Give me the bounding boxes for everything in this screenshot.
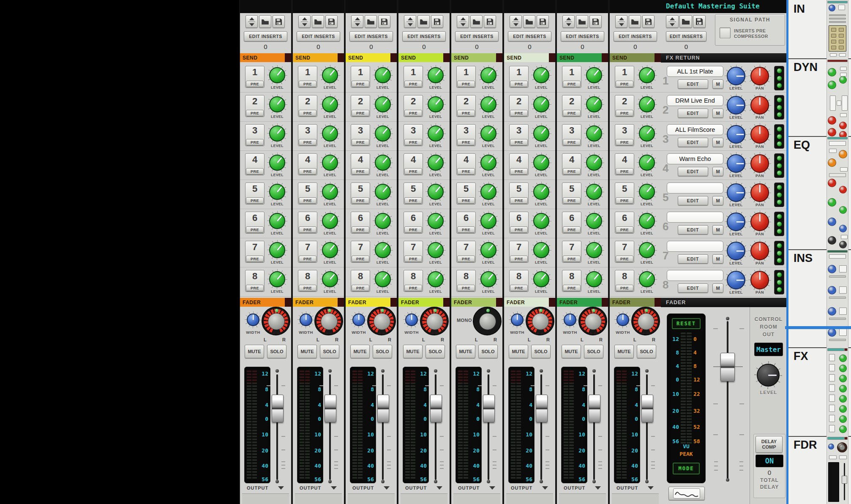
send-level-knob[interactable] <box>480 155 496 171</box>
channel-fader-track[interactable] <box>488 374 489 480</box>
send-level-knob[interactable] <box>586 184 602 200</box>
send-pre-button[interactable]: PRE <box>563 256 581 262</box>
fx-edit-button[interactable]: EDIT <box>678 109 708 118</box>
send-select-button[interactable]: 2PRE <box>562 95 581 117</box>
send-pre-button[interactable]: PRE <box>563 197 581 204</box>
send-select-button[interactable]: 6PRE <box>509 212 529 234</box>
fx-return-name-field[interactable]: Warm Echo <box>667 153 723 164</box>
send-level-knob[interactable] <box>639 96 655 112</box>
send-pre-button[interactable]: PRE <box>563 110 581 116</box>
send-level-knob[interactable] <box>322 67 338 83</box>
send-pre-button[interactable]: PRE <box>616 226 633 233</box>
send-select-button[interactable]: 6PRE <box>245 212 265 234</box>
solo-button[interactable]: SOLO <box>426 345 445 358</box>
master-fader-cap[interactable] <box>720 353 735 381</box>
send-level-knob[interactable] <box>269 96 285 112</box>
send-level-knob[interactable] <box>639 184 655 200</box>
send-pre-button[interactable]: PRE <box>299 81 316 87</box>
send-level-knob[interactable] <box>639 67 655 83</box>
fx-mute-button[interactable]: M <box>712 167 723 176</box>
output-selector[interactable]: OUTPUT <box>451 484 502 493</box>
load-patch-button[interactable] <box>259 15 271 28</box>
channel-fader-track[interactable] <box>435 374 436 480</box>
pan-knob[interactable] <box>479 313 496 330</box>
meter-mode-button[interactable]: MODE <box>673 463 700 474</box>
channel-fader-cap[interactable] <box>377 395 389 422</box>
send-select-button[interactable]: 7PRE <box>562 241 581 263</box>
send-level-knob[interactable] <box>322 271 338 287</box>
send-level-knob[interactable] <box>322 96 338 112</box>
send-pre-button[interactable]: PRE <box>352 226 369 233</box>
fx-edit-button[interactable]: EDIT <box>678 79 708 89</box>
mute-button[interactable]: MUTE <box>350 345 370 358</box>
send-pre-button[interactable]: PRE <box>616 110 633 116</box>
send-level-knob[interactable] <box>480 67 496 83</box>
send-pre-button[interactable]: PRE <box>457 168 475 174</box>
send-pre-button[interactable]: PRE <box>457 139 475 145</box>
send-pre-button[interactable]: PRE <box>246 285 264 291</box>
send-pre-button[interactable]: PRE <box>563 139 581 145</box>
send-pre-button[interactable]: PRE <box>616 168 633 174</box>
send-level-knob[interactable] <box>322 125 338 142</box>
send-pre-button[interactable]: PRE <box>404 285 422 291</box>
send-select-button[interactable]: 4PRE <box>404 153 423 175</box>
output-name-box[interactable] <box>295 493 342 504</box>
send-level-knob[interactable] <box>428 213 444 229</box>
fx-pan-knob[interactable] <box>750 67 769 85</box>
load-patch-button[interactable] <box>679 15 692 28</box>
send-level-knob[interactable] <box>639 125 655 142</box>
send-level-knob[interactable] <box>639 242 655 258</box>
send-select-button[interactable]: 3PRE <box>456 124 476 146</box>
output-name-box[interactable] <box>612 493 659 504</box>
output-selector[interactable]: OUTPUT <box>610 484 661 493</box>
navigator-viewport-left-edge[interactable] <box>786 0 788 504</box>
load-patch-button[interactable] <box>470 15 483 28</box>
fx-mute-button[interactable]: M <box>712 225 723 234</box>
send-select-button[interactable]: 3PRE <box>298 124 317 146</box>
preset-spinner-button[interactable] <box>404 15 416 28</box>
channel-fader-track[interactable] <box>540 374 542 480</box>
preset-spinner-button[interactable] <box>245 15 258 28</box>
send-pre-button[interactable]: PRE <box>404 168 422 174</box>
load-patch-button[interactable] <box>576 15 588 28</box>
send-level-knob[interactable] <box>533 184 549 200</box>
send-level-knob[interactable] <box>480 213 496 229</box>
output-name-box[interactable] <box>348 493 395 504</box>
send-pre-button[interactable]: PRE <box>299 139 316 145</box>
mute-button[interactable]: MUTE <box>614 345 634 358</box>
pan-knob[interactable] <box>374 313 390 330</box>
fx-pan-knob[interactable] <box>750 271 769 289</box>
send-select-button[interactable]: 6PRE <box>298 212 317 234</box>
fx-return-name-field[interactable]: ALL 1st Plate <box>667 66 723 77</box>
fx-level-knob[interactable] <box>727 154 745 173</box>
fx-pan-knob[interactable] <box>750 96 769 114</box>
mute-button[interactable]: MUTE <box>403 345 423 358</box>
inserts-pre-compressor-checkbox[interactable] <box>720 27 731 38</box>
width-knob[interactable] <box>300 313 312 326</box>
send-level-knob[interactable] <box>639 271 655 287</box>
send-select-button[interactable]: 6PRE <box>456 212 476 234</box>
send-level-knob[interactable] <box>480 96 496 112</box>
channel-fader-cap[interactable] <box>483 395 495 422</box>
send-level-knob[interactable] <box>322 155 338 171</box>
send-select-button[interactable]: 1PRE <box>509 66 529 88</box>
send-select-button[interactable]: 2PRE <box>456 95 476 117</box>
channel-fader-cap[interactable] <box>325 395 336 422</box>
spectrum-button[interactable] <box>668 487 705 500</box>
send-pre-button[interactable]: PRE <box>404 139 422 145</box>
send-pre-button[interactable]: PRE <box>352 139 369 145</box>
mute-button[interactable]: MUTE <box>245 345 264 358</box>
width-knob[interactable] <box>247 313 259 326</box>
send-select-button[interactable]: 3PRE <box>509 124 529 146</box>
send-level-knob[interactable] <box>480 271 496 287</box>
mute-button[interactable]: MUTE <box>562 345 581 358</box>
send-select-button[interactable]: 8PRE <box>509 270 529 292</box>
fx-edit-button[interactable]: EDIT <box>678 254 708 264</box>
send-select-button[interactable]: 8PRE <box>404 270 423 292</box>
send-select-button[interactable]: 3PRE <box>351 124 370 146</box>
preset-spinner-button[interactable] <box>510 15 522 28</box>
channel-fader-cap[interactable] <box>430 395 442 422</box>
send-pre-button[interactable]: PRE <box>563 168 581 174</box>
send-level-knob[interactable] <box>586 155 602 171</box>
send-pre-button[interactable]: PRE <box>563 226 581 233</box>
